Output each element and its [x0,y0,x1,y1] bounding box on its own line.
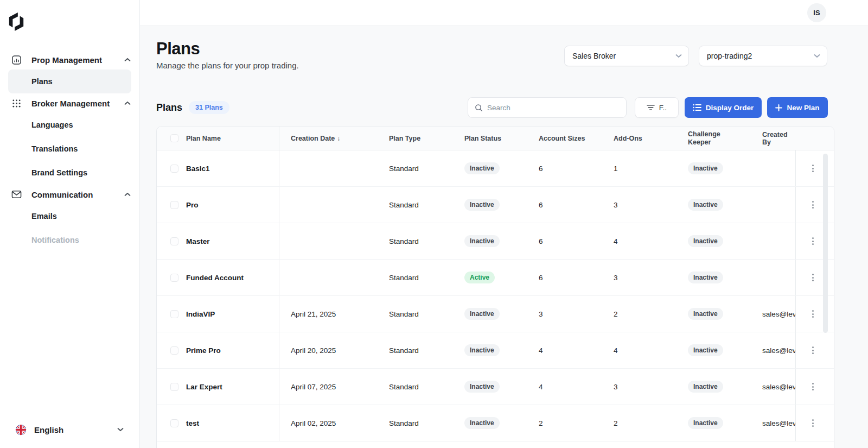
row-checkbox[interactable] [170,201,178,209]
row-checkbox[interactable] [170,310,178,318]
column-header-add-ons[interactable]: Add-Ons [602,127,676,150]
account-sizes-cell: 4 [527,332,602,368]
table-scrollbar[interactable] [823,154,828,333]
table-row[interactable]: Lar Expert April 07, 2025 Standard Inact… [157,369,834,405]
chevron-up-icon [124,58,131,62]
kebab-menu-icon[interactable] [810,308,816,320]
account-sizes-cell: 6 [527,260,602,295]
plan-status-badge: Inactive [464,235,500,247]
kebab-menu-icon[interactable] [810,417,816,429]
topbar: IS [140,0,868,26]
plan-name-cell: Basic1 [186,165,210,173]
kebab-menu-icon[interactable] [810,199,816,211]
account-sizes-cell: 2 [527,405,602,441]
language-selector[interactable]: English [0,419,140,440]
sidebar-item-brand-settings[interactable]: Brand Settings [8,161,131,185]
table-row[interactable]: Funded Account Standard Active 6 3 Inact… [157,260,834,296]
list-icon [693,104,701,111]
sidebar-section-communication[interactable]: Communication [0,185,139,204]
sidebar-item-label: Brand Settings [31,168,87,177]
kebab-menu-icon[interactable] [810,162,816,174]
column-header-creation-date[interactable]: Creation Date↓ [279,127,378,150]
app-logo[interactable] [0,0,139,35]
row-checkbox[interactable] [170,419,178,427]
plan-name-cell: Master [186,237,210,245]
page-title: Plans [156,39,200,59]
sidebar-item-label: Emails [31,212,57,220]
kebab-menu-icon[interactable] [810,235,816,247]
column-header-actions [795,127,834,150]
creation-date-cell [279,150,378,186]
add-ons-cell: 4 [602,223,676,259]
sidebar-section-broker-management[interactable]: Broker Management [0,93,139,113]
new-plan-label: New Plan [787,104,819,112]
search-box[interactable] [468,97,627,118]
row-checkbox[interactable] [170,165,178,173]
plan-type-cell: Standard [378,150,453,186]
created-by-cell [751,260,795,295]
row-checkbox[interactable] [170,346,178,355]
table-row[interactable]: IndiaVIP April 21, 2025 Standard Inactiv… [157,296,834,332]
main-content: Plans Manage the plans for your prop tra… [140,26,868,448]
new-plan-button[interactable]: New Plan [767,97,828,118]
sidebar-item-label: Notifications [31,236,79,244]
kebab-menu-icon[interactable] [810,272,816,283]
sidebar-item-notifications[interactable]: Notifications [8,228,131,252]
chevron-down-icon [814,54,820,58]
chart-icon [11,54,22,65]
plan-status-badge: Inactive [464,381,500,393]
chevron-down-icon [117,427,124,432]
add-ons-cell: 4 [602,332,676,368]
challenge-keeper-badge: Inactive [688,417,723,429]
add-ons-cell: 3 [602,369,676,405]
table-row[interactable]: Pro Standard Inactive 6 3 Inactive [157,187,834,223]
select-all-checkbox[interactable] [170,134,178,142]
created-by-cell [751,187,795,223]
sidebar-item-languages[interactable]: Languages [8,113,131,137]
table-row[interactable]: Prime Pro April 20, 2025 Standard Inacti… [157,332,834,369]
plan-name-cell: Prime Pro [186,346,221,355]
search-input[interactable] [487,104,620,112]
column-header-challenge-keeper[interactable]: Challenge Keeper [676,127,751,150]
broker-select[interactable]: Sales Broker [564,46,689,66]
table-title-row: Plans 31 Plans [156,97,229,118]
kebab-menu-icon[interactable] [810,344,816,356]
display-order-button[interactable]: Display Order [685,97,762,118]
column-header-plan-status[interactable]: Plan Status [453,127,527,150]
creation-date-cell [279,187,378,223]
column-header-account-sizes[interactable]: Account Sizes [527,127,602,150]
sidebar-section-prop-management[interactable]: Prop Management [0,50,139,70]
sidebar-item-label: Plans [31,77,53,86]
table-section-title: Plans [156,102,182,113]
filter-button[interactable]: F.. [635,97,679,118]
table-row[interactable]: test April 02, 2025 Standard Inactive 2 … [157,405,834,441]
sidebar-item-emails[interactable]: Emails [8,204,131,228]
plan-name-cell: Funded Account [186,274,244,282]
sidebar-section-label: Prop Management [31,55,124,65]
sidebar-item-plans[interactable]: Plans [8,70,131,93]
user-avatar[interactable]: IS [807,3,826,22]
column-header-created-by[interactable]: Created By [751,127,795,150]
row-checkbox[interactable] [170,237,178,245]
creation-date-cell: April 02, 2025 [279,405,378,441]
row-checkbox[interactable] [170,383,178,391]
brand-select[interactable]: prop-trading2 [699,46,827,66]
table-row[interactable]: Basic1 Standard Inactive 6 1 Inactive [157,150,834,187]
column-header-plan-type[interactable]: Plan Type [378,127,453,150]
challenge-keeper-badge: Inactive [688,344,723,356]
plan-name-cell: test [186,419,199,427]
table-header-row: Plan Name Creation Date↓ Plan Type Plan … [157,127,834,150]
account-sizes-cell: 6 [527,187,602,223]
plan-type-cell: Standard [378,369,453,405]
plan-status-badge: Inactive [464,344,500,356]
row-checkbox[interactable] [170,274,178,282]
plus-icon [775,104,782,111]
table-row[interactable]: Master Standard Inactive 6 4 Inactive [157,223,834,260]
sidebar-nav: Prop Management Plans Broker Management [0,50,139,252]
search-icon [475,104,483,112]
column-header-plan-name[interactable]: Plan Name [186,135,221,142]
sidebar-item-translations[interactable]: Translations [8,137,131,161]
kebab-menu-icon[interactable] [810,381,816,393]
plan-type-cell: Standard [378,332,453,368]
creation-date-cell: April 21, 2025 [279,296,378,332]
